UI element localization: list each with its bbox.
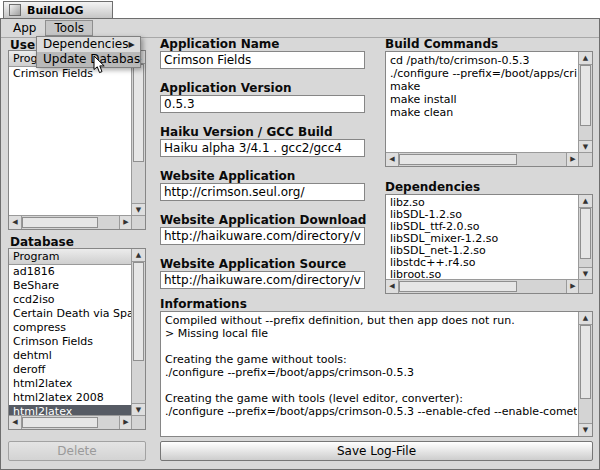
scrollbar-thumb[interactable] [399,154,517,165]
database-row[interactable]: ad1816 [9,265,132,279]
database-row[interactable]: ccd2iso [9,293,132,307]
build-commands-text[interactable]: cd /path/to/crimson-0.5.3 ./configure --… [390,54,577,152]
application-version-label: Application Version [160,81,291,95]
submenu-arrow-icon: ▶ [128,37,134,52]
scrollbar-corner [578,279,592,293]
menu-item-dependencies[interactable]: Dependencies ▶ [37,37,140,52]
mouse-cursor [93,55,106,74]
informations-text[interactable]: Compiled without --prefix definition, bu… [165,314,577,434]
database-row[interactable]: html2latex [9,377,132,391]
database-row[interactable]: dehtml [9,349,132,363]
scrollbar-thumb[interactable] [22,217,98,228]
close-button[interactable] [9,4,21,16]
database-row[interactable]: Certain Death via Space [9,307,132,321]
database-row[interactable]: BeShare [9,279,132,293]
scrollbar-thumb[interactable] [580,65,591,126]
scroll-left-icon[interactable]: ◀ [386,153,399,166]
website-source-label: Website Application Source [160,257,346,271]
application-name-label: Application Name [160,37,280,51]
haiku-version-label: Haiku Version / GCC Build [160,125,333,139]
website-download-input[interactable] [160,227,365,245]
scrollbar-corner [578,152,592,166]
website-application-input[interactable] [160,183,365,201]
menu-app[interactable]: App [4,20,45,36]
database-vertical-scrollbar[interactable]: ▲ ▼ [131,249,145,416]
scroll-left-icon[interactable]: ◀ [9,416,22,429]
scrollbar-thumb[interactable] [399,281,517,292]
menu-item-dependencies-label: Dependencies [43,37,128,52]
database-row[interactable]: Crimson Fields [9,335,132,349]
window-title: BuildLOG [27,4,84,17]
build-commands-label: Build Commands [385,37,498,51]
use-list-content: Program Crimson Fields [9,51,132,216]
dependencies-text[interactable]: libz.so libSDL-1.2.so libSDL_ttf-2.0.so … [390,197,577,279]
scrollbar-thumb[interactable] [133,262,144,361]
website-source-input[interactable] [160,271,365,289]
database-row[interactable]: compress [9,321,132,335]
scrollbar-corner [131,415,145,429]
build-commands-vertical-scrollbar[interactable]: ▲ ▼ [578,52,592,153]
use-list-vertical-scrollbar[interactable]: ▲ ▼ [131,51,145,216]
scroll-up-icon[interactable]: ▲ [579,312,592,325]
database-row[interactable]: deroff [9,363,132,377]
scroll-up-icon[interactable]: ▲ [579,52,592,65]
use-list: Program Crimson Fields ▲ ▼ ◀ ▶ [8,50,146,230]
dependencies-horizontal-scrollbar[interactable]: ◀ ▶ [386,279,579,293]
scrollbar-thumb[interactable] [580,208,591,259]
scrollbar-thumb[interactable] [580,325,591,399]
database-horizontal-scrollbar[interactable]: ◀ ▶ [9,415,132,429]
save-logfile-button[interactable]: Save Log-File [160,441,593,461]
menu-item-update-database-label: Update Database [43,52,140,67]
buildlog-window: App Tools Use Program Crimson Fields ▲ ▼… [0,18,600,470]
scrollbar-corner [131,215,145,229]
informations-box[interactable]: Compiled without --prefix definition, bu… [160,311,593,437]
database-column-header[interactable]: Program [9,249,132,265]
build-commands-box[interactable]: cd /path/to/crimson-0.5.3 ./configure --… [385,51,593,167]
application-version-input[interactable] [160,95,365,113]
desktop: BuildLOG App Tools Use Program Crimson F… [0,0,600,470]
scrollbar-thumb[interactable] [22,417,98,428]
scroll-left-icon[interactable]: ◀ [386,280,399,293]
use-list-item[interactable]: Crimson Fields [9,67,132,81]
scrollbar-thumb[interactable] [133,64,144,162]
database-list-content: Program ad1816 BeShare ccd2iso Certain D… [9,249,132,416]
website-application-label: Website Application [160,169,295,183]
tools-menu: Dependencies ▶ Update Database [36,36,141,68]
application-name-input[interactable] [160,51,365,69]
website-download-label: Website Application Download [160,213,366,227]
informations-label: Informations [160,297,247,311]
dependencies-vertical-scrollbar[interactable]: ▲ ▼ [578,195,592,280]
database-row[interactable]: html2latex 2008 [9,391,132,405]
haiku-version-input[interactable] [160,139,365,157]
dependencies-box[interactable]: libz.so libSDL-1.2.so libSDL_ttf-2.0.so … [385,194,593,294]
build-commands-horizontal-scrollbar[interactable]: ◀ ▶ [386,152,579,166]
informations-vertical-scrollbar[interactable]: ▲ ▼ [578,312,592,436]
scroll-left-icon[interactable]: ◀ [9,216,22,229]
use-list-horizontal-scrollbar[interactable]: ◀ ▶ [9,215,132,229]
menu-tools[interactable]: Tools [45,20,93,36]
scroll-down-icon[interactable]: ▼ [579,423,592,436]
database-label: Database [10,235,74,249]
menu-item-update-database[interactable]: Update Database [37,52,140,67]
window-title-tab[interactable]: BuildLOG [3,1,113,18]
scroll-up-icon[interactable]: ▲ [132,249,145,262]
dependencies-label: Dependencies [385,180,480,194]
database-list: Program ad1816 BeShare ccd2iso Certain D… [8,248,146,430]
scroll-up-icon[interactable]: ▲ [579,195,592,208]
delete-button[interactable]: Delete [8,441,146,461]
